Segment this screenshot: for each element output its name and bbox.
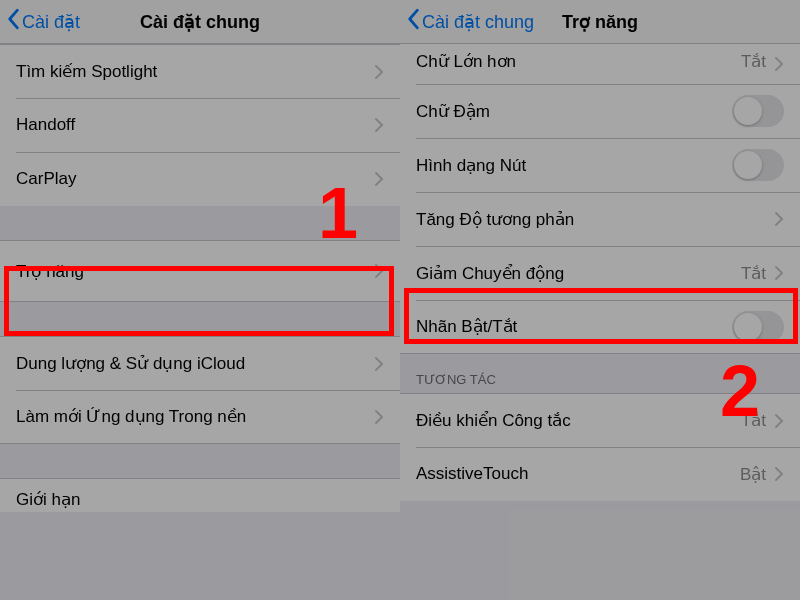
row-increase-contrast[interactable]: Tăng Độ tương phản [400,192,800,246]
chevron-right-icon [374,64,384,80]
back-label: Cài đặt chung [422,11,534,33]
row-restrictions[interactable]: Giới hạn [0,478,400,512]
chevron-right-icon [774,466,784,482]
row-label: Chữ Đậm [416,101,732,122]
nav-title-right: Trợ năng [562,11,638,33]
row-bold-text[interactable]: Chữ Đậm [400,84,800,138]
chevron-right-icon [374,263,384,279]
chevron-right-icon [774,211,784,227]
toggle-switch[interactable] [732,149,784,181]
section-header-interaction: TƯƠNG TÁC [400,354,800,393]
back-chevron-icon [6,8,20,35]
row-label: Hình dạng Nút [416,155,732,176]
row-spotlight[interactable]: Tìm kiếm Spotlight [0,44,400,98]
row-label: Tăng Độ tương phản [416,209,774,230]
row-button-shapes[interactable]: Hình dạng Nút [400,138,800,192]
row-label: Chữ Lớn hơn [416,51,741,72]
row-switch-control[interactable]: Điều khiển Công tắc Tắt [400,393,800,447]
row-assistivetouch[interactable]: AssistiveTouch Bật [400,447,800,501]
row-accessibility[interactable]: Trợ năng [0,240,400,302]
row-bgrefresh[interactable]: Làm mới Ứng dụng Trong nền [0,390,400,444]
row-label: Trợ năng [16,261,374,282]
chevron-right-icon [774,265,784,281]
row-carplay[interactable]: CarPlay [0,152,400,206]
chevron-right-icon [374,117,384,133]
row-label: Handoff [16,115,374,135]
row-label: Làm mới Ứng dụng Trong nền [16,406,374,427]
navbar-right: Cài đặt chung Trợ năng [400,0,800,44]
row-reduce-motion[interactable]: Giảm Chuyển động Tắt [400,246,800,300]
left-panel: Cài đặt Cài đặt chung Tìm kiếm Spotlight… [0,0,400,600]
row-value: Tắt [741,51,766,72]
row-onoff-labels[interactable]: Nhãn Bật/Tắt [400,300,800,354]
back-chevron-icon [406,8,420,35]
back-label: Cài đặt [22,11,80,33]
toggle-switch[interactable] [732,311,784,343]
row-label: Tìm kiếm Spotlight [16,61,374,82]
row-label: AssistiveTouch [416,464,740,484]
row-label: Giảm Chuyển động [416,263,741,284]
row-label: Giới hạn [16,489,384,510]
settings-list-right: Chữ Lớn hơn Tắt Chữ Đậm Hình dạng Nút Tă… [400,44,800,501]
row-value: Bật [740,464,766,485]
row-label: CarPlay [16,169,374,189]
row-storage[interactable]: Dung lượng & Sử dụng iCloud [0,336,400,390]
back-button-left[interactable]: Cài đặt [6,8,80,35]
row-handoff[interactable]: Handoff [0,98,400,152]
chevron-right-icon [774,56,784,72]
row-label: Nhãn Bật/Tắt [416,316,732,337]
back-button-right[interactable]: Cài đặt chung [406,8,534,35]
row-label: Điều khiển Công tắc [416,410,741,431]
chevron-right-icon [374,356,384,372]
chevron-right-icon [774,413,784,429]
row-value: Tắt [741,410,766,431]
navbar-left: Cài đặt Cài đặt chung [0,0,400,44]
row-label: Dung lượng & Sử dụng iCloud [16,353,374,374]
toggle-switch[interactable] [732,95,784,127]
chevron-right-icon [374,409,384,425]
right-panel: Cài đặt chung Trợ năng Chữ Lớn hơn Tắt C… [400,0,800,600]
settings-list-left: Tìm kiếm Spotlight Handoff CarPlay Trợ n… [0,44,400,512]
row-value: Tắt [741,263,766,284]
chevron-right-icon [374,171,384,187]
row-larger-text[interactable]: Chữ Lớn hơn Tắt [400,44,800,84]
nav-title-left: Cài đặt chung [140,11,260,33]
